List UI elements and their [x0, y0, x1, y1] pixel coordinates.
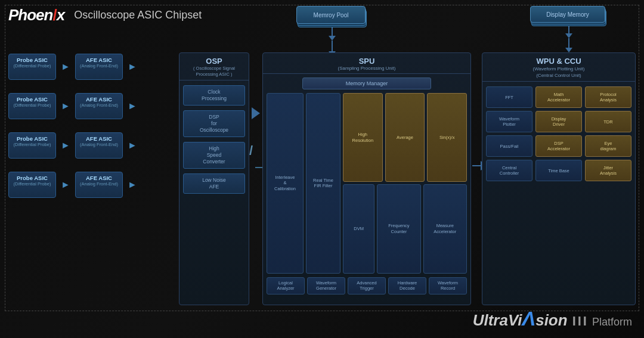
- spu-sinx: Sin(x)/x: [427, 93, 467, 182]
- logo-part2: x: [57, 6, 64, 24]
- osp-header: OSP ( Oscilloscope Signal Processing ASI…: [179, 53, 249, 80]
- vision-text-before: Vi: [508, 311, 522, 330]
- probe-row-4: Probe ASIC (Differential Probe) ► AFE AS…: [8, 172, 138, 198]
- afe-sub-2: (Analog Front-End): [79, 103, 119, 108]
- wpu-central-ctrl: CentralController: [486, 160, 532, 181]
- afe-arrow-1: ►: [126, 61, 138, 72]
- spu-header: SPU (Sampling Processing Unit): [263, 53, 470, 74]
- probe-arrow-1: ►: [60, 61, 72, 72]
- probe-asic-1: Probe ASIC (Differential Probe): [8, 54, 56, 80]
- spu-logical-analyzer: LogicalAnalyzer: [267, 277, 305, 295]
- spu-gold-row1: HighResolution Average Sin(x)/x: [343, 93, 467, 182]
- spu-subtitle: (Sampling Processing Unit): [265, 66, 468, 71]
- spu-fir: Real TimeFIR Filter: [306, 93, 340, 274]
- header-title: Oscilloscope ASIC Chipset: [74, 9, 202, 21]
- spu-waveform-gen: WaveformGenerator: [307, 277, 345, 295]
- probe-sub-4: (Differential Probe): [13, 181, 52, 187]
- spu-average: Average: [385, 93, 425, 182]
- vision-v-icon: Λ: [522, 308, 535, 328]
- afe-arrow-4: ►: [126, 179, 138, 190]
- memory-manager-bar: Memory Manager: [302, 77, 431, 89]
- probes-column: Probe ASIC (Differential Probe) ► AFE AS…: [8, 54, 138, 198]
- wpu-jitter: JitterAnalysis: [585, 160, 631, 181]
- wpu-section: WPU & CCU (Waveform Plotting Unit) (Cent…: [482, 52, 636, 305]
- logo-part1: Phoen: [8, 6, 52, 24]
- brand-text: Ultra Vi Λ sion III Platform: [473, 308, 632, 330]
- spu-content: Memory Manager Interleave&Calibration Re…: [263, 74, 470, 298]
- wpu-waveform-plotter: WaveformPlotter: [486, 111, 532, 132]
- wpu-header: WPU & CCU (Waveform Plotting Unit) (Cent…: [482, 53, 635, 82]
- wpu-time-base: Time Base: [535, 160, 582, 181]
- spu-waveform-record: WaveformRecord: [429, 277, 467, 295]
- probe-title-2: Probe ASIC: [13, 96, 52, 103]
- spu-freq-counter: FrequencyCounter: [377, 184, 420, 273]
- spu-title: SPU: [265, 57, 468, 66]
- iii-text: III: [572, 314, 589, 329]
- wpu-math-accel: MathAccelerator: [535, 86, 582, 108]
- probe-title-3: Probe ASIC: [13, 135, 52, 142]
- header: Phoen/x Oscilloscope ASIC Chipset: [8, 6, 202, 24]
- osp-title: OSP: [182, 57, 246, 66]
- probe-sub-3: (Differential Probe): [13, 142, 52, 148]
- probe-sub-2: (Differential Probe): [13, 103, 52, 108]
- afe-title-3: AFE ASIC: [79, 135, 119, 142]
- afe-arrow-3: ►: [126, 140, 138, 151]
- osp-block-dsp: DSPforOscilloscope: [183, 110, 245, 137]
- spu-dark-row2: DVM FrequencyCounter MeasureAccelerator: [343, 184, 467, 273]
- wpu-dsp-accel: DSPAccelerator: [535, 135, 582, 157]
- probe-row-3: Probe ASIC (Differential Probe) ► AFE AS…: [8, 132, 138, 159]
- osp-section: OSP ( Oscilloscope Signal Processing ASI…: [179, 52, 249, 305]
- afe-sub-3: (Analog Front-End): [79, 142, 119, 148]
- afe-sub-4: (Analog Front-End): [79, 181, 119, 187]
- spu-high-res: HighResolution: [343, 93, 383, 182]
- probe-title-4: Probe ASIC: [13, 175, 52, 181]
- spu-adv-trigger: AdvancedTrigger: [348, 277, 386, 295]
- wpu-protocol: ProtocolAnalysis: [585, 86, 631, 108]
- spu-section: SPU (Sampling Processing Unit) Memory Ma…: [262, 52, 471, 305]
- spu-fir-col: Real TimeFIR Filter: [306, 93, 340, 274]
- osp-block-clock: ClockProcessing: [183, 85, 245, 106]
- spu-dvm: DVM: [343, 184, 374, 273]
- wpu-grid: FFT MathAccelerator ProtocolAnalysis Wav…: [482, 82, 635, 186]
- afe-asic-4: AFE ASIC (Analog Front-End): [75, 172, 123, 198]
- main-container: Phoen/x Oscilloscope ASIC Chipset Memroy…: [0, 0, 644, 338]
- probe-sub-1: (Differential Probe): [13, 63, 52, 69]
- afe-sub-1: (Analog Front-End): [79, 63, 119, 69]
- afe-asic-1: AFE ASIC (Analog Front-End): [75, 54, 123, 80]
- wpu-pass-fail: Pass/Fail: [486, 135, 532, 157]
- wpu-eye-diagram: Eyediagram: [585, 135, 631, 157]
- wpu-sub2: (Central Control Unit): [485, 72, 633, 79]
- vision-text-after: sion: [535, 311, 567, 330]
- wpu-title: WPU & CCU: [485, 57, 633, 66]
- display-memory: Display Memory: [527, 6, 611, 52]
- display-memory-label: Display Memory: [546, 11, 589, 18]
- spu-bottom-row: LogicalAnalyzer WaveformGenerator Advanc…: [267, 277, 467, 295]
- ultravision-brand: Ultra Vi Λ sion III Platform: [473, 308, 632, 330]
- phoenix-logo: Phoen/x: [8, 6, 64, 24]
- probe-title-1: Probe ASIC: [13, 57, 52, 63]
- afe-asic-3: AFE ASIC (Analog Front-End): [75, 132, 123, 159]
- afe-title-2: AFE ASIC: [79, 96, 119, 103]
- spu-interleave-col: Interleave&Calibration: [267, 93, 304, 274]
- probe-arrow-4: ►: [60, 179, 72, 190]
- probe-arrow-2: ►: [60, 101, 72, 111]
- spu-measure-accel: MeasureAccelerator: [423, 184, 467, 273]
- spu-mid-col: HighResolution Average Sin(x)/x DVM Freq…: [343, 93, 467, 274]
- afe-title-1: AFE ASIC: [79, 57, 119, 63]
- platform-text: Platform: [592, 316, 632, 328]
- spu-interleave: Interleave&Calibration: [267, 93, 304, 274]
- wpu-tdr: TDR: [585, 111, 631, 132]
- osp-blocks: ClockProcessing DSPforOscilloscope HighS…: [179, 80, 249, 199]
- osp-block-lownoise: Low NoiseAFE: [183, 173, 245, 194]
- wpu-display-driver: DisplayDriver: [535, 111, 582, 132]
- afe-title-4: AFE ASIC: [79, 175, 119, 181]
- wpu-sub1: (Waveform Plotting Unit): [485, 66, 633, 72]
- ultra-text: Ultra: [473, 311, 508, 330]
- probe-asic-2: Probe ASIC (Differential Probe): [8, 93, 56, 119]
- memory-pool-label: Memroy Pool: [314, 12, 349, 18]
- osp-subtitle: ( Oscilloscope Signal Processing ASIC ): [182, 66, 246, 77]
- memory-pool: Memroy Pool: [293, 6, 371, 56]
- wpu-fft: FFT: [486, 86, 532, 108]
- probe-asic-4: Probe ASIC (Differential Probe): [8, 172, 56, 198]
- afe-arrow-2: ►: [126, 101, 138, 111]
